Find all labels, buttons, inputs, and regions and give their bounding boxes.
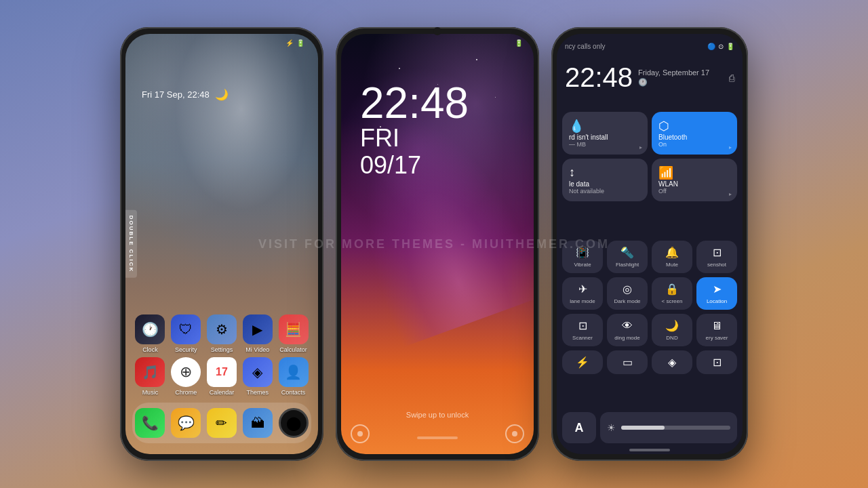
quick-row-3: ⊡ Scanner 👁 ding mode 🌙 DND 🖥 ery saver bbox=[562, 314, 737, 346]
quick-batterysaver[interactable]: 🖥 ery saver bbox=[696, 314, 737, 346]
bluetooth-icon: ⬡ bbox=[658, 119, 730, 134]
chevron-icon: ▸ bbox=[639, 144, 642, 150]
phone2-time-display: 22:48 bbox=[360, 81, 469, 125]
phone2-time: 22:48 FRI 09/17 bbox=[360, 81, 469, 178]
dock-themes[interactable]: 🏔 bbox=[243, 408, 273, 438]
app-row-1: 🕐 Clock 🛡 Security ⚙ Settings ▶ Mi Video bbox=[132, 314, 311, 353]
app-contacts[interactable]: 👤 Contacts bbox=[276, 357, 311, 396]
app-themes[interactable]: ◈ Themes bbox=[240, 357, 275, 396]
phone3-time-display: 22:48 bbox=[565, 62, 633, 93]
extra1-icon: ⚡ bbox=[576, 356, 589, 369]
extra4-icon: ⊡ bbox=[713, 356, 722, 369]
screenshot-icon: ⊡ bbox=[713, 246, 722, 259]
quick-darkmode[interactable]: ◎ Dark mode bbox=[607, 277, 648, 310]
lockscreen-label: < screen bbox=[662, 298, 683, 304]
scanner-icon: ⊡ bbox=[578, 319, 587, 332]
brightness-fill bbox=[621, 426, 665, 430]
screenshot-label: senshot bbox=[707, 262, 726, 268]
location-label: Location bbox=[707, 298, 727, 304]
dock-notes[interactable]: ✏ bbox=[207, 408, 237, 438]
darkmode-icon: ◎ bbox=[623, 283, 632, 296]
vibrate-icon: 📳 bbox=[576, 246, 589, 259]
mute-icon: 🔔 bbox=[665, 246, 679, 259]
airplane-label: lane mode bbox=[570, 298, 595, 304]
tile-mobile-data[interactable]: ↕ le data Not available bbox=[562, 159, 648, 201]
emergency-text: ncy calls only bbox=[565, 43, 605, 50]
quick-extra4[interactable]: ⊡ bbox=[696, 350, 737, 374]
app-calculator[interactable]: 🧮 Calculator bbox=[276, 314, 311, 353]
dock-messages[interactable]: 💬 bbox=[171, 408, 201, 438]
quick-grid: 📳 Vibrate 🔦 Flashlight 🔔 Mute ⊡ senshot bbox=[562, 241, 737, 378]
quick-extra3[interactable]: ◈ bbox=[652, 350, 692, 374]
brightness-slider[interactable] bbox=[621, 426, 730, 430]
quick-scanner[interactable]: ⊡ Scanner bbox=[562, 314, 603, 346]
app-chrome[interactable]: ⊕ Chrome bbox=[168, 357, 203, 396]
tile-mobiledata-sub: Not available bbox=[569, 188, 641, 195]
phone-1: ⚡ 🔋 Fri 17 Sep, 22:48 🌙 DOUBLE CLICK 🕐 C… bbox=[120, 27, 323, 461]
brightness-control[interactable]: ☀ bbox=[600, 412, 737, 443]
airplane-icon: ✈ bbox=[578, 283, 587, 296]
phone2-bottom: Swipe up to unlock bbox=[341, 411, 534, 443]
app-security[interactable]: 🛡 Security bbox=[168, 314, 203, 353]
app-row-2: 🎵 Music ⊕ Chrome 17 Calendar ◈ Themes bbox=[132, 357, 311, 396]
tile-data[interactable]: 💧 rd isn't install — MB ▸ bbox=[562, 112, 648, 155]
phone2-camera-shortcut[interactable] bbox=[505, 424, 524, 443]
app-calendar[interactable]: 17 Calendar bbox=[204, 357, 239, 396]
scanner-label: Scanner bbox=[572, 335, 593, 341]
tile-bluetooth-sub: On bbox=[658, 141, 730, 148]
quick-flashlight[interactable]: 🔦 Flashlight bbox=[607, 241, 648, 273]
reading-icon: 👁 bbox=[622, 320, 633, 332]
app-music[interactable]: 🎵 Music bbox=[132, 357, 167, 396]
wlan-chevron: ▸ bbox=[729, 191, 732, 197]
phone1-app-grid: 🕐 Clock 🛡 Security ⚙ Settings ▶ Mi Video bbox=[125, 314, 318, 400]
mute-label: Mute bbox=[666, 262, 678, 268]
quick-vibrate[interactable]: 📳 Vibrate bbox=[562, 241, 603, 273]
tile-bluetooth-label: Bluetooth bbox=[658, 134, 730, 141]
quick-row-2: ✈ lane mode ◎ Dark mode 🔒 < screen ➤ Loc… bbox=[562, 277, 737, 310]
phone-3: ncy calls only 🔵⊙🔋 22:48 Friday, Septemb… bbox=[551, 27, 748, 461]
quick-airplane[interactable]: ✈ lane mode bbox=[562, 277, 603, 310]
quick-extra1[interactable]: ⚡ bbox=[562, 350, 603, 374]
app-mivideo[interactable]: ▶ Mi Video bbox=[240, 314, 275, 353]
tile-mobiledata-label: le data bbox=[569, 180, 641, 188]
quick-dnd[interactable]: 🌙 DND bbox=[652, 314, 692, 346]
phone2-fingerprint[interactable] bbox=[351, 424, 370, 443]
data-icon: 💧 bbox=[569, 119, 641, 134]
control-row-1: 💧 rd isn't install — MB ▸ ⬡ Bluetooth On bbox=[562, 112, 737, 155]
double-click-label[interactable]: DOUBLE CLICK bbox=[125, 210, 137, 278]
tile-bluetooth[interactable]: ⬡ Bluetooth On ▸ bbox=[652, 112, 737, 155]
wlan-icon: 📶 bbox=[658, 165, 730, 180]
phone3-date: Friday, September 17 bbox=[638, 68, 709, 77]
tile-wlan-label: WLAN bbox=[658, 180, 730, 188]
phone-2: 🔋 22:48 FRI 09/17 Swipe up to unlock bbox=[336, 27, 539, 461]
tile-wlan[interactable]: 📶 WLAN Off ▸ bbox=[652, 159, 737, 201]
extra3-icon: ◈ bbox=[668, 356, 676, 369]
quick-reading[interactable]: 👁 ding mode bbox=[607, 314, 648, 346]
dock-camera[interactable]: ⬤ bbox=[279, 408, 309, 438]
phone3-home-indicator bbox=[629, 449, 670, 451]
edit-icon[interactable]: ⎙ bbox=[729, 73, 734, 83]
quick-lockscreen[interactable]: 🔒 < screen bbox=[652, 277, 692, 310]
app-clock[interactable]: 🕐 Clock bbox=[132, 314, 167, 353]
bt-icon: ⚡ bbox=[285, 39, 294, 47]
tile-wlan-sub: Off bbox=[658, 188, 730, 195]
quick-row-1: 📳 Vibrate 🔦 Flashlight 🔔 Mute ⊡ senshot bbox=[562, 241, 737, 273]
location-icon: ➤ bbox=[713, 283, 722, 296]
font-size-tile[interactable]: A bbox=[562, 412, 596, 443]
dock-phone[interactable]: 📞 bbox=[135, 408, 165, 438]
vibrate-label: Vibrate bbox=[574, 262, 591, 268]
quick-mute[interactable]: 🔔 Mute bbox=[652, 241, 692, 273]
quick-extra2[interactable]: ▭ bbox=[607, 350, 648, 374]
phone3-time-section: 22:48 Friday, September 17 🕐 ⎙ bbox=[565, 58, 734, 97]
quick-row-4: ⚡ ▭ ◈ ⊡ bbox=[562, 350, 737, 374]
battery-icon: 🔋 bbox=[296, 39, 304, 47]
quick-location[interactable]: ➤ Location bbox=[696, 277, 737, 310]
flashlight-icon: 🔦 bbox=[620, 246, 634, 259]
app-settings[interactable]: ⚙ Settings bbox=[204, 314, 239, 353]
flashlight-label: Flashlight bbox=[616, 262, 639, 268]
quick-screenshot[interactable]: ⊡ senshot bbox=[696, 241, 737, 273]
phone1-dock: 📞 💬 ✏ 🏔 ⬤ bbox=[132, 403, 311, 443]
control-row-2: ↕ le data Not available 📶 WLAN Off ▸ bbox=[562, 159, 737, 201]
dnd-icon: 🌙 bbox=[665, 319, 679, 332]
phone1-status-bar: ⚡ 🔋 bbox=[125, 39, 318, 47]
